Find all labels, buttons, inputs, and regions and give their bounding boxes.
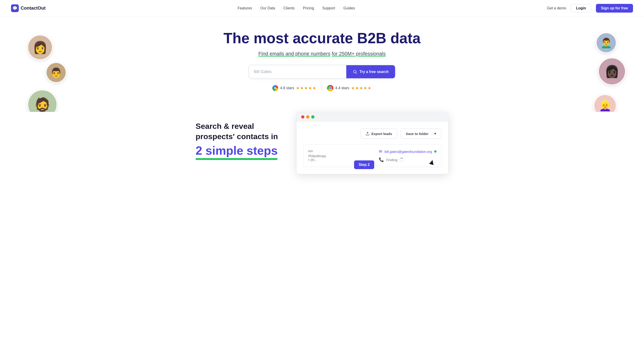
ratings-row: G 4.6 stars ★★★★★ | 4.4 stars ★★★★★ [11,85,633,91]
nav-right: Get a demo Login Sign up for free [547,4,633,12]
svg-point-0 [354,70,356,73]
hero-section: 👩 👨 🧔 👨‍🦱 👩🏿 👱‍♀️ The most accurate B2B … [0,16,644,112]
cursor-arrow [429,159,435,165]
hero-subtext: Find emails and phone numbers for 250M+ … [11,51,633,57]
logo-icon: 💬 [11,4,19,12]
contact-context: ion [308,149,326,153]
avatar-topleft: 👩 [28,35,53,60]
nav-links: Features Our Data Clients Pricing Suppor… [238,6,355,10]
phone-row: 📞 Finding [379,157,436,162]
avatar-midleft: 👨 [46,62,66,83]
hero-sub-highlight: emails and phone numbers [270,51,330,56]
rating-chrome: 4.4 stars ★★★★★ [327,85,372,91]
left-heading: Search & reveal prospects' contacts in [196,121,282,141]
rating-g2-stars: ★★★★★ [296,86,316,91]
login-button[interactable]: Login [571,4,591,12]
save-chevron-icon: ▾ [432,132,436,136]
search-icon [353,69,357,74]
rating-chrome-stars: ★★★★★ [351,86,372,91]
hero-sub-after: for 250M+ professionals [332,51,386,56]
step2-badge: Step 2 [354,160,374,169]
window-maximize-dot [311,115,314,118]
save-to-folder-button[interactable]: Save to folder ▾ [400,129,441,139]
browser-titlebar [296,112,448,122]
logo[interactable]: 💬 ContactOut [11,4,46,12]
steps-underline [196,158,278,160]
browser-actions: Export leads Save to folder ▾ [304,129,441,139]
avatar-topright: 👨‍🦱 [596,32,616,53]
export-label: Export leads [372,132,392,136]
export-leads-button[interactable]: Export leads [360,129,397,139]
nav-pricing[interactable]: Pricing [303,6,314,10]
g2-icon: G [272,85,278,91]
browser-mockup: Export leads Save to folder ▾ ion Philan… [296,112,448,174]
window-close-dot [301,115,304,118]
loading-spinner [400,158,404,162]
hero-sub-before: Find [258,51,270,56]
left-content: Search & reveal prospects' contacts in 2… [196,112,282,160]
export-icon [366,132,370,136]
email-active-dot [434,150,436,153]
logo-text: ContactOut [20,5,46,11]
contact-card: ion Philanthropy • 20... ✉ bill.gates@ga… [304,144,441,167]
browser-content: Export leads Save to folder ▾ ion Philan… [296,122,448,174]
nav-clients[interactable]: Clients [284,6,295,10]
contact-industry: Philanthropy [308,154,326,158]
search-button-label: Try a free search [360,70,389,74]
rating-g2-value: 4.6 stars [280,86,294,90]
navbar: 💬 ContactOut Features Our Data Clients P… [0,0,644,16]
search-bar: Try a free search [249,65,395,78]
nav-support[interactable]: Support [322,6,335,10]
svg-line-1 [356,73,357,74]
phone-icon: 📞 [379,157,384,162]
steps-highlight: 2 simple steps [196,144,278,160]
contact-year: • 20... [308,158,326,162]
get-demo-link[interactable]: Get a demo [547,6,566,10]
rating-divider: | [321,86,322,91]
nav-our-data[interactable]: Our Data [260,6,275,10]
search-button[interactable]: Try a free search [346,65,395,78]
nav-guides[interactable]: Guides [343,6,355,10]
hero-headline: The most accurate B2B data [11,30,633,46]
save-label: Save to folder [406,132,428,136]
nav-features[interactable]: Features [238,6,252,10]
window-minimize-dot [306,115,310,118]
search-input[interactable] [249,65,346,78]
chrome-icon [327,85,334,91]
signup-button[interactable]: Sign up for free [596,4,633,12]
finding-label: Finding [386,158,397,162]
rating-g2: G 4.6 stars ★★★★★ [272,85,316,91]
contact-email-row: ✉ bill.gates@gatesfoundation.org [379,149,436,154]
avatar-bottomright: 👱‍♀️ [594,94,616,112]
avatar-midright: 👩🏿 [598,58,626,85]
contact-right: ✉ bill.gates@gatesfoundation.org 📞 Findi… [379,149,436,162]
contact-info-left: ion Philanthropy • 20... [308,149,326,163]
rating-chrome-value: 4.4 stars [335,86,349,90]
avatar-bottomleft: 🧔 [28,90,57,112]
email-icon: ✉ [379,149,382,154]
email-address: bill.gates@gatesfoundation.org [384,150,432,154]
demo-section: Search & reveal prospects' contacts in 2… [184,112,460,188]
